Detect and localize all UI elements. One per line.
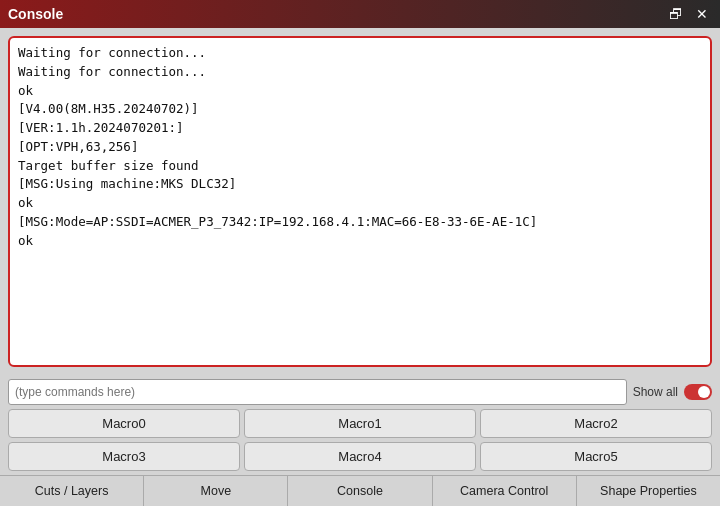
console-line: ok [18,194,702,213]
bottom-tab-cuts--layers[interactable]: Cuts / Layers [0,476,144,506]
toggle-knob [698,386,710,398]
console-line: ok [18,232,702,251]
title-bar: Console 🗗 ✕ [0,0,720,28]
console-line: Waiting for connection... [18,44,702,63]
console-line: Target buffer size found [18,157,702,176]
macro-grid-row1: Macro0Macro1Macro2 [0,409,720,442]
console-output: Waiting for connection...Waiting for con… [8,36,712,367]
console-line: Waiting for connection... [18,63,702,82]
console-line: [MSG:Mode=AP:SSDI=ACMER_P3_7342:IP=192.1… [18,213,702,232]
console-window: Console 🗗 ✕ Waiting for connection...Wai… [0,0,720,506]
console-line: [MSG:Using machine:MKS DLC32] [18,175,702,194]
macro-button[interactable]: Macro5 [480,442,712,471]
bottom-tabs: Cuts / LayersMoveConsoleCamera ControlSh… [0,475,720,506]
macro-button[interactable]: Macro3 [8,442,240,471]
bottom-tab-shape-properties[interactable]: Shape Properties [577,476,720,506]
console-line: [VER:1.1h.2024070201:] [18,119,702,138]
window-title: Console [8,6,63,22]
bottom-tab-camera-control[interactable]: Camera Control [433,476,577,506]
macro-button[interactable]: Macro4 [244,442,476,471]
show-all-label: Show all [633,385,678,399]
bottom-tab-console[interactable]: Console [288,476,432,506]
show-all-toggle[interactable] [684,384,712,400]
command-bar: Show all [0,375,720,409]
macro-button[interactable]: Macro1 [244,409,476,438]
title-bar-controls: 🗗 ✕ [666,4,712,24]
bottom-tab-move[interactable]: Move [144,476,288,506]
console-line: [OPT:VPH,63,256] [18,138,702,157]
pin-button[interactable]: 🗗 [666,4,686,24]
console-line: [V4.00(8M.H35.20240702)] [18,100,702,119]
command-input[interactable] [8,379,627,405]
macro-grid-row2: Macro3Macro4Macro5 [0,442,720,475]
close-button[interactable]: ✕ [692,4,712,24]
macro-button[interactable]: Macro0 [8,409,240,438]
console-line: ok [18,82,702,101]
macro-button[interactable]: Macro2 [480,409,712,438]
